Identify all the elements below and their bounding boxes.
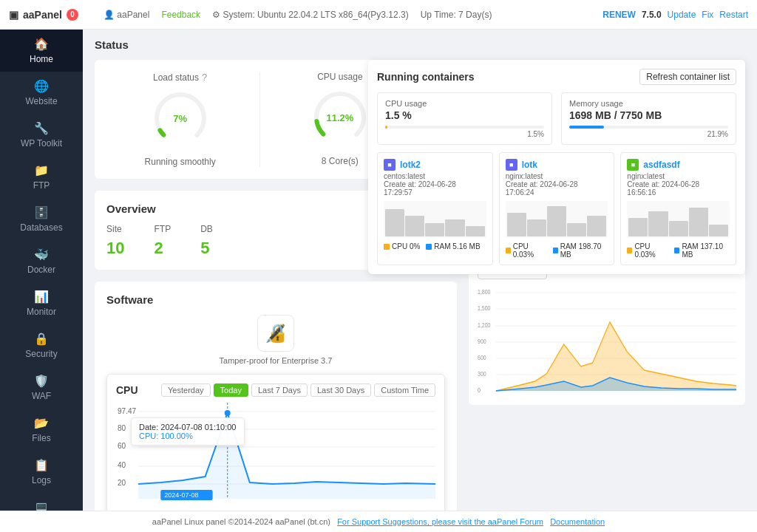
footer-copy: aaPanel Linux panel ©2014-2024 aaPanel (…	[152, 517, 330, 526]
tooltip-date: Date: 2024-07-08 01:10:00	[139, 423, 237, 432]
site-value: 10	[106, 239, 124, 258]
svg-text:17:36:51: 17:36:51	[601, 395, 619, 396]
sidebar-item-terminal[interactable]: 💻Terminal	[0, 493, 83, 511]
container-icon-2: ■	[506, 159, 517, 171]
load-value: 7%	[173, 113, 187, 124]
software-item: 🔏 Tamper-proof for Enterprise 3.7	[106, 315, 445, 365]
container-icon-3: ■	[627, 159, 639, 171]
sidebar-label-monitor: Monitor	[27, 307, 56, 317]
sidebar-label-logs: Logs	[32, 475, 51, 485]
feedback-link[interactable]: Feedback	[161, 10, 200, 20]
overview-db: DB 5	[200, 224, 213, 258]
software-card: Software 🔏 Tamper-proof for Enterprise 3…	[95, 282, 457, 511]
cpu-usage-pct: 1.5%	[385, 130, 544, 138]
restart-link[interactable]: Restart	[719, 10, 748, 20]
sidebar-label-wptoolkit: WP Toolkit	[21, 138, 62, 149]
cpu-time-buttons: Yesterday Today Last 7 Days Last 30 Days…	[161, 383, 435, 397]
sidebar-icon-docker: 🐳	[34, 248, 49, 262]
memory-usage-label: Memory usage	[569, 99, 728, 108]
container-date-2: Create at: 2024-06-28 17:06:24	[506, 180, 608, 197]
container-name-2[interactable]: lotk	[522, 160, 537, 170]
cpu-usage-box: CPU usage 1.5 % 1.5%	[377, 92, 552, 145]
container-image-2: nginx:latest	[506, 172, 608, 180]
usage-row: CPU usage 1.5 % 1.5% Memory usage 1698 M…	[377, 92, 736, 145]
sidebar-item-ftp[interactable]: 📁FTP	[0, 156, 83, 198]
uptime: Up Time: 7 Day(s)	[421, 10, 492, 20]
sidebar-item-files[interactable]: 📂Files	[0, 409, 83, 451]
container-metrics-2: CPU 0.03% RAM 198.70 MB	[506, 242, 608, 259]
cpu-usage-bar	[385, 126, 387, 129]
svg-text:0: 0	[478, 386, 481, 394]
today-btn[interactable]: Today	[214, 383, 248, 397]
sidebar-item-monitor[interactable]: 📊Monitor	[0, 282, 83, 324]
brand-label: aaPanel	[23, 9, 62, 21]
container-icon-1: ■	[384, 159, 396, 171]
sidebar-icon-home: 🏠	[34, 37, 49, 51]
db-label: DB	[200, 224, 213, 234]
ftp-label: FTP	[154, 224, 171, 234]
svg-text:80: 80	[118, 424, 126, 432]
topbar-right: RENEW 7.5.0 Update Fix Restart	[602, 10, 748, 20]
version-label: 7.5.0	[642, 10, 662, 20]
container-name-1[interactable]: lotk2	[400, 160, 421, 170]
db-value: 5	[200, 239, 213, 258]
sidebar-item-databases[interactable]: 🗄️Databases	[0, 198, 83, 240]
sidebar-icon-security: 🔒	[34, 332, 49, 346]
memory-usage-pct: 21.9%	[569, 130, 728, 138]
sidebar-item-docker[interactable]: 🐳Docker	[0, 240, 83, 282]
svg-text:20: 20	[118, 479, 126, 487]
status-cards: Load status ? 7% Running smoothly CPU us…	[95, 60, 745, 179]
containers-title: Running containers	[377, 71, 474, 83]
notification-badge[interactable]: 0	[67, 9, 78, 21]
update-link[interactable]: Update	[668, 10, 696, 20]
refresh-containers-button[interactable]: Refresh container list	[639, 69, 736, 85]
renew-link[interactable]: RENEW	[602, 10, 636, 20]
fix-link[interactable]: Fix	[702, 10, 713, 20]
sidebar-icon-wptoolkit: 🔧	[34, 121, 49, 135]
software-icon: 🔏	[257, 315, 294, 352]
sidebar-label-security: Security	[25, 349, 57, 359]
yesterday-btn[interactable]: Yesterday	[161, 383, 211, 397]
container-metrics-3: CPU 0.03% RAM 137.10 MB	[627, 242, 730, 259]
sidebar-item-website[interactable]: 🌐Website	[0, 72, 83, 114]
last7-btn[interactable]: Last 7 Days	[251, 383, 308, 397]
custom-btn[interactable]: Custom Time	[374, 383, 435, 397]
sidebar-label-ftp: FTP	[33, 180, 50, 191]
sidebar-label-home: Home	[30, 54, 53, 64]
sidebar-icon-terminal: 💻	[34, 500, 49, 511]
main-content: Status Load status ? 7% Running smoothly	[83, 30, 757, 511]
container-item-1: ■lotk2 centos:latest Create at: 2024-06-…	[377, 152, 493, 265]
cpu-usage-label: CPU usage	[385, 99, 544, 108]
sidebar-icon-databases: 🗄️	[34, 205, 49, 219]
sidebar-item-wptoolkit[interactable]: 🔧WP Toolkit	[0, 114, 83, 156]
container-name-3[interactable]: asdfasdf	[643, 160, 679, 170]
site-label: Site	[106, 224, 124, 234]
load-gauge: 7%	[151, 89, 210, 148]
sidebar-item-home[interactable]: 🏠Home	[0, 30, 83, 72]
sidebar-label-databases: Databases	[20, 222, 62, 233]
svg-text:1,200: 1,200	[478, 321, 491, 329]
container-image-1: centos:latest	[384, 172, 486, 180]
sidebar-label-waf: WAF	[32, 391, 51, 401]
topbar-user: 👤 aaPanel	[103, 10, 149, 20]
traffic-chart: 1,800 1,500 1,200 900 600 300 0	[478, 285, 736, 396]
doc-link[interactable]: Documentation	[550, 517, 605, 526]
container-item-2: ■lotk nginx:latest Create at: 2024-06-28…	[499, 152, 615, 265]
svg-text:17:37:11: 17:37:11	[655, 395, 673, 396]
sidebar-item-logs[interactable]: 📋Logs	[0, 451, 83, 493]
support-link[interactable]: For Support Suggestions, please visit th…	[337, 517, 543, 526]
sidebar-label-files: Files	[32, 433, 50, 443]
sidebar-item-waf[interactable]: 🛡️WAF	[0, 366, 83, 409]
cpu-panel: CPU Yesterday Today Last 7 Days Last 30 …	[106, 374, 445, 511]
sidebar-item-security[interactable]: 🔒Security	[0, 324, 83, 366]
svg-text:300: 300	[478, 370, 486, 378]
container-bar-area-3	[627, 201, 730, 238]
overview-site: Site 10	[106, 224, 124, 258]
sidebar: 🏠Home🌐Website🔧WP Toolkit📁FTP🗄️Databases🐳…	[0, 30, 83, 511]
sidebar-icon-monitor: 📊	[34, 290, 49, 304]
cpu-header: CPU Yesterday Today Last 7 Days Last 30 …	[116, 383, 435, 397]
svg-text:17:37:33: 17:37:33	[707, 395, 725, 396]
last30-btn[interactable]: Last 30 Days	[310, 383, 371, 397]
software-title: Software	[106, 293, 445, 306]
memory-usage-value: 1698 MB / 7750 MB	[569, 109, 728, 121]
